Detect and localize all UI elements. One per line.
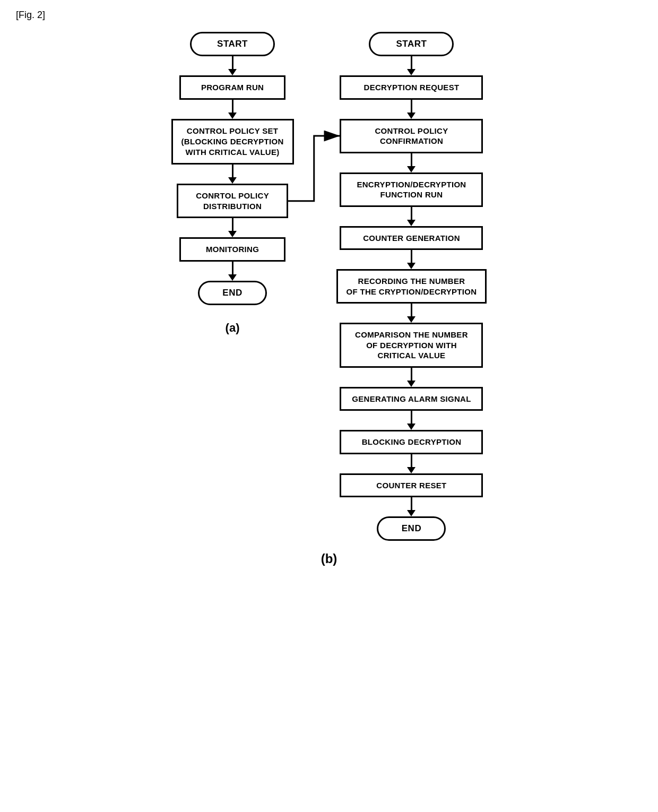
b-encryption-decryption-node: ENCRYPTION/DECRYPTIONFUNCTION RUN [340, 172, 483, 207]
arrow-a5 [228, 262, 237, 281]
b-blocking-node: BLOCKING DECRYPTION [340, 430, 483, 454]
b-comparison-node: COMPARISON THE NUMBEROF DECRYPTION WITHC… [340, 323, 483, 368]
arrow-a4 [228, 218, 237, 237]
a-control-policy-set-node: CONTROL POLICY SET(BLOCKING DECRYPTIONWI… [171, 119, 294, 165]
b-decryption-request-node: DECRYPTION REQUEST [340, 75, 483, 100]
arrow-b6 [407, 304, 415, 323]
flowchart-a: START PROGRAM RUN CONTROL POLICY SET(BLO… [171, 32, 294, 541]
a-label: (a) [226, 321, 240, 335]
flowchart-b: START DECRYPTION REQUEST CONTROL POLICYC… [336, 32, 487, 541]
b-end-node: END [377, 516, 446, 541]
arrow-b7 [407, 368, 415, 387]
a-end-node: END [198, 281, 267, 305]
arrow-b10 [407, 497, 415, 516]
arrow-a1 [228, 56, 237, 75]
a-control-policy-distribution-node: CONRTOL POLICYDISTRIBUTION [177, 184, 288, 218]
arrow-b2 [407, 100, 415, 119]
arrow-b3 [407, 153, 415, 172]
arrow-b5 [407, 250, 415, 269]
b-counter-generation-node: COUNTER GENERATION [340, 226, 483, 250]
b-label: (b) [21, 551, 637, 566]
a-monitoring-node: MONITORING [179, 237, 285, 262]
b-start-node: START [369, 32, 454, 56]
arrow-b8 [407, 411, 415, 430]
arrow-b4 [407, 207, 415, 226]
b-generating-alarm-node: GENERATING ALARM SIGNAL [340, 387, 483, 411]
b-control-policy-confirm-node: CONTROL POLICYCONFIRMATION [340, 119, 483, 153]
a-program-run-node: PROGRAM RUN [179, 75, 285, 100]
arrow-b1 [407, 56, 415, 75]
b-recording-node: RECORDING THE NUMBEROF THE CRYPTION/DECR… [336, 269, 487, 304]
a-start-node: START [190, 32, 275, 56]
arrow-b9 [407, 454, 415, 473]
arrow-a2 [228, 100, 237, 119]
arrow-a3 [228, 165, 237, 184]
b-counter-reset-node: COUNTER RESET [340, 473, 483, 498]
